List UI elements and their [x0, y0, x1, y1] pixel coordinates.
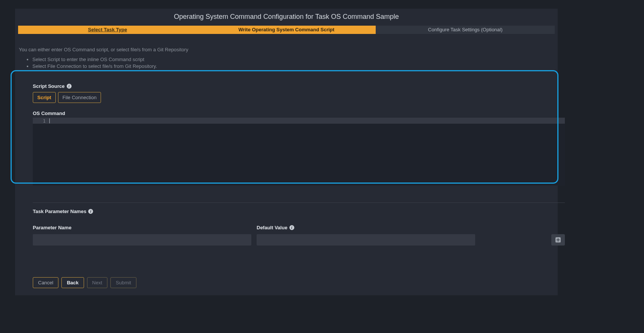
intro-text: You can either enter OS Command script, … — [19, 47, 554, 52]
bullet-script: Select Script to enter the inline OS Com… — [32, 56, 554, 63]
parameter-name-input[interactable] — [33, 234, 251, 246]
plus-icon — [555, 237, 561, 242]
tab-configure-settings[interactable]: Configure Task Settings (Optional) — [376, 26, 555, 34]
tab-select-task-type[interactable]: Select Task Type — [18, 26, 197, 34]
info-icon[interactable]: i — [88, 209, 93, 214]
cancel-button[interactable]: Cancel — [33, 277, 58, 288]
wizard-tabs: Select Task Type Write Operating System … — [18, 26, 555, 34]
script-source-label: Script Source i — [33, 83, 565, 89]
add-parameter-button[interactable] — [551, 234, 565, 246]
task-params-label: Task Parameter Names i — [33, 209, 565, 214]
divider — [33, 203, 565, 203]
script-source-toggle: Script File Connection — [33, 92, 565, 103]
code-gutter: 1 — [33, 118, 48, 124]
col-default-value: Default Value i — [257, 225, 565, 230]
body-area: You can either enter OS Command script, … — [15, 34, 558, 70]
task-params-label-text: Task Parameter Names — [33, 209, 86, 214]
footer-buttons: Cancel Back Next Submit — [33, 277, 136, 288]
script-source-label-text: Script Source — [33, 83, 65, 89]
params-header-row: Parameter Name Default Value i — [33, 225, 565, 230]
info-icon[interactable]: i — [289, 225, 294, 230]
script-source-section: Script Source i Script File Connection O… — [33, 83, 565, 186]
back-button[interactable]: Back — [61, 277, 84, 288]
page-title: Operating System Command Configuration f… — [15, 9, 558, 26]
col-default-value-text: Default Value — [257, 225, 288, 230]
default-value-input[interactable] — [257, 234, 475, 246]
bullet-file-connection: Select File Connection to select file/s … — [32, 63, 554, 70]
submit-button[interactable]: Submit — [110, 277, 136, 288]
toggle-file-connection[interactable]: File Connection — [58, 92, 101, 103]
code-active-line — [48, 118, 565, 124]
code-cursor — [49, 118, 50, 123]
config-panel: Operating System Command Configuration f… — [15, 9, 558, 295]
svg-rect-2 — [557, 239, 560, 240]
params-input-row — [33, 234, 565, 246]
os-command-label: OS Command — [33, 110, 565, 116]
os-command-editor[interactable]: 1 — [33, 118, 565, 186]
task-params-section: Task Parameter Names i Parameter Name De… — [33, 209, 565, 246]
next-button[interactable]: Next — [87, 277, 108, 288]
col-parameter-name: Parameter Name — [33, 225, 251, 230]
intro-bullets: Select Script to enter the inline OS Com… — [32, 56, 554, 70]
toggle-script[interactable]: Script — [33, 92, 56, 103]
info-icon[interactable]: i — [67, 84, 72, 89]
tab-write-script[interactable]: Write Operating System Command Script — [197, 26, 376, 34]
